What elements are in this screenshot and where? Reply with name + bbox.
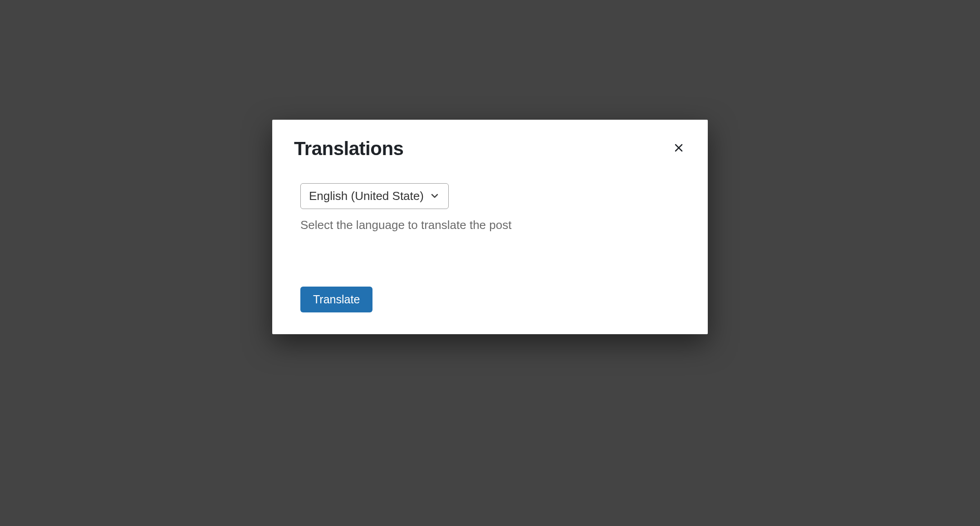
language-select-value: English (United State): [309, 189, 424, 203]
close-button[interactable]: [671, 141, 686, 155]
language-select[interactable]: English (United State): [300, 183, 449, 209]
helper-text: Select the language to translate the pos…: [300, 218, 686, 232]
modal-body: English (United State) Select the langua…: [294, 183, 686, 232]
translate-button[interactable]: Translate: [300, 287, 372, 312]
chevron-down-icon: [429, 190, 440, 201]
translations-modal: Translations English (United State) Sele…: [272, 120, 708, 334]
modal-footer: Translate: [294, 287, 686, 312]
modal-title: Translations: [294, 138, 403, 160]
modal-header: Translations: [294, 138, 686, 160]
close-icon: [673, 142, 684, 153]
